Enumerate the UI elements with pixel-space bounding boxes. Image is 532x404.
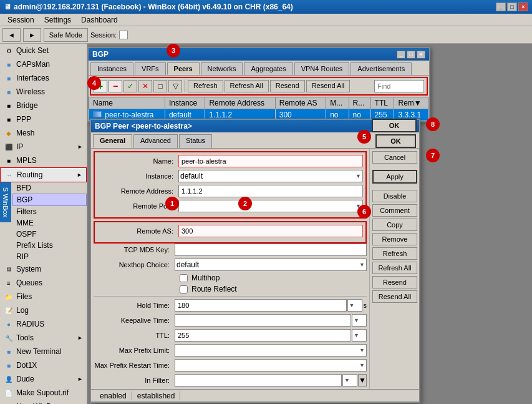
max-prefix-restart-select[interactable]: ▼ xyxy=(175,359,367,372)
sidebar-item-make-supout[interactable]: 📄 Make Supout.rif xyxy=(0,386,87,400)
hold-time-input[interactable] xyxy=(175,299,347,312)
refresh-button[interactable]: Refresh xyxy=(372,247,417,260)
menu-session[interactable]: Session xyxy=(2,14,39,26)
nexthop-select[interactable]: default ▼ xyxy=(175,259,367,271)
session-checkbox[interactable] xyxy=(119,31,128,39)
sidebar-item-mesh[interactable]: ◆ Mesh xyxy=(0,126,87,140)
name-input[interactable] xyxy=(178,155,363,167)
sidebar-item-mpls[interactable]: ■ MPLS xyxy=(0,154,87,167)
sidebar-item-radius[interactable]: ● RADIUS xyxy=(0,317,87,331)
tab-aggregates[interactable]: Aggregates xyxy=(244,62,293,75)
multihop-label: Multihop xyxy=(191,273,220,282)
remote-port-select[interactable]: ▼ xyxy=(178,200,363,212)
enable-button[interactable]: ✓ xyxy=(123,80,137,92)
safe-mode-button[interactable]: Safe Mode xyxy=(44,28,88,42)
in-filter-scroll-down[interactable]: ▼ xyxy=(358,374,367,387)
peer-tab-advanced[interactable]: Advanced xyxy=(133,134,178,148)
tab-advertisements[interactable]: Advertisements xyxy=(351,62,412,75)
sidebar-item-new-winbox[interactable]: ■ New WinBox xyxy=(0,400,87,404)
sidebar-item-dude[interactable]: 👤 Dude ► xyxy=(0,372,87,386)
menu-dashboard[interactable]: Dashboard xyxy=(76,14,123,26)
copy-button[interactable]: Copy xyxy=(372,219,417,231)
in-filter-input[interactable] xyxy=(175,374,342,387)
tab-instances[interactable]: Instances xyxy=(90,62,133,75)
filter-button[interactable]: ▽ xyxy=(168,80,182,92)
bgp-maximize-btn[interactable]: □ xyxy=(407,51,415,59)
submenu-bgp[interactable]: BGP xyxy=(12,194,87,206)
sidebar-item-ip[interactable]: ⬛ IP ► xyxy=(0,140,87,154)
resend-all-button[interactable]: Resend All xyxy=(372,290,417,303)
tab-vrfs[interactable]: VRFs xyxy=(135,62,166,75)
submenu-filters[interactable]: Filters xyxy=(12,206,87,217)
bgp-minimize-btn[interactable]: _ xyxy=(397,51,405,59)
cancel-button[interactable]: Cancel xyxy=(372,151,417,164)
sidebar-item-files[interactable]: 📁 Files xyxy=(0,290,87,303)
bgp-resend-button[interactable]: Resend xyxy=(270,80,305,92)
sidebar-item-bridge[interactable]: ■ Bridge xyxy=(0,99,87,112)
tcp-md5-input[interactable] xyxy=(175,244,367,256)
peer-tab-general[interactable]: General xyxy=(93,134,132,148)
hold-time-select[interactable]: ▼ xyxy=(347,299,362,312)
sidebar-item-tools[interactable]: 🔧 Tools ► xyxy=(0,331,87,345)
sidebar-item-routing[interactable]: ↔ Routing ► xyxy=(0,167,87,182)
nexthop-arrow: ▼ xyxy=(359,262,365,268)
ttl-select[interactable]: ▼ xyxy=(352,329,367,342)
bgp-resend-all-button[interactable]: Resend All xyxy=(306,80,351,92)
instance-select[interactable]: default ▼ xyxy=(178,170,363,182)
refresh-all-button[interactable]: Refresh All xyxy=(372,262,417,274)
forward-button[interactable]: ► xyxy=(23,28,41,42)
submenu-bfd[interactable]: BFD xyxy=(12,182,87,194)
app-toolbar: ◄ ► Safe Mode Session: xyxy=(0,26,532,44)
back-button[interactable]: ◄ xyxy=(2,28,21,42)
remove-button[interactable]: Remove xyxy=(372,233,417,245)
comment-button[interactable]: Comment xyxy=(372,204,417,217)
peer-form-rest: TCP MD5 Key: Nexthop Choice: default ▼ xyxy=(94,244,367,387)
tab-networks[interactable]: Networks xyxy=(201,62,243,75)
max-prefix-restart-label: Max Prefix Restart Time: xyxy=(94,362,175,369)
remote-address-input[interactable] xyxy=(178,185,363,197)
keepalive-select[interactable]: ▼ xyxy=(352,314,367,327)
ttl-input[interactable] xyxy=(175,329,351,342)
find-input[interactable] xyxy=(374,80,424,92)
sidebar-item-system[interactable]: ⚙ System xyxy=(0,262,87,276)
maximize-button[interactable]: □ xyxy=(507,2,517,11)
remote-as-input[interactable] xyxy=(178,225,363,237)
bgp-refresh-button[interactable]: Refresh xyxy=(188,80,223,92)
sidebar-item-new-terminal[interactable]: ■ New Terminal xyxy=(0,345,87,358)
sidebar-item-log[interactable]: 📝 Log xyxy=(0,303,87,317)
ok-button-main[interactable]: OK xyxy=(372,119,417,132)
sidebar-item-capsman[interactable]: ■ CAPsMan xyxy=(0,57,87,71)
submenu-prefix-lists[interactable]: Prefix Lists xyxy=(12,240,87,251)
bgp-close-btn[interactable]: × xyxy=(417,51,425,59)
submenu-mme[interactable]: MME xyxy=(12,217,87,229)
disable-button[interactable]: ✕ xyxy=(138,80,152,92)
menu-settings[interactable]: Settings xyxy=(39,14,76,26)
close-button[interactable]: × xyxy=(518,2,528,11)
minimize-button[interactable]: _ xyxy=(496,2,506,11)
sidebar-item-quick-set[interactable]: ⚙ Quick Set xyxy=(0,44,87,57)
hold-time-label: Hold Time: xyxy=(94,302,175,309)
route-reflect-checkbox[interactable] xyxy=(180,285,188,293)
sidebar-item-interfaces[interactable]: ■ Interfaces xyxy=(0,71,87,85)
in-filter-select[interactable]: ▼ xyxy=(342,374,357,387)
submenu-ospf[interactable]: OSPF xyxy=(12,229,87,240)
sidebar-item-dot1x[interactable]: ■ Dot1X xyxy=(0,358,87,372)
apply-button[interactable]: Apply xyxy=(372,170,417,184)
bgp-toolbar: + − ✓ ✕ □ ▽ Refresh Refresh All Resend R… xyxy=(90,77,428,96)
max-prefix-limit-select[interactable]: ▼ xyxy=(175,344,367,357)
resend-button[interactable]: Resend xyxy=(372,276,417,288)
multihop-checkbox[interactable] xyxy=(180,274,188,282)
bgp-refresh-all-button[interactable]: Refresh All xyxy=(225,80,269,92)
sidebar-item-ppp[interactable]: ■ PPP xyxy=(0,112,87,126)
keepalive-input[interactable] xyxy=(175,314,351,327)
ok-button[interactable]: OK xyxy=(375,134,416,148)
tab-peers[interactable]: Peers xyxy=(167,62,200,75)
sidebar-item-wireless[interactable]: ■ Wireless xyxy=(0,85,87,99)
sidebar-item-queues[interactable]: ≡ Queues xyxy=(0,276,87,290)
peer-tab-status[interactable]: Status xyxy=(179,134,212,148)
tab-vpn4-routes[interactable]: VPN4 Routes xyxy=(294,62,350,75)
remove-peer-button[interactable]: − xyxy=(109,80,122,92)
submenu-rip[interactable]: RIP xyxy=(12,251,87,262)
copy-tool-button[interactable]: □ xyxy=(153,80,167,92)
disable-button[interactable]: Disable xyxy=(372,190,417,202)
